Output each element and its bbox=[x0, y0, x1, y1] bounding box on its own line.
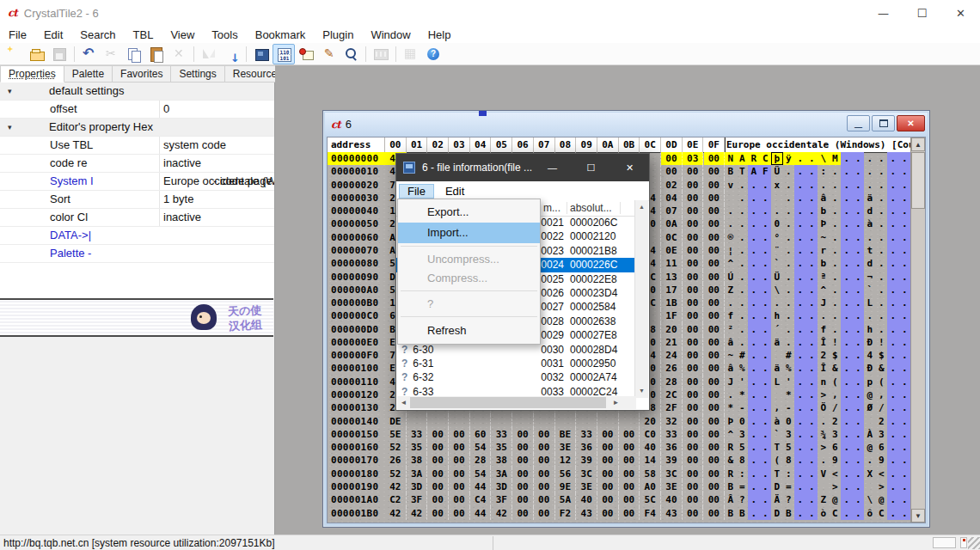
hex-text-cell[interactable]: . bbox=[794, 192, 806, 205]
hex-byte-cell[interactable]: 42 bbox=[407, 507, 428, 520]
hex-text-cell[interactable]: \ bbox=[818, 152, 830, 165]
hex-byte-cell[interactable]: 56 bbox=[555, 468, 577, 480]
hex-byte-cell[interactable]: 40 bbox=[661, 493, 683, 506]
menu-item-tools[interactable]: Tools bbox=[203, 28, 246, 41]
hex-text-cell[interactable]: . bbox=[853, 323, 865, 336]
hex-byte-cell[interactable]: 00 bbox=[449, 454, 470, 467]
hex-text-cell[interactable]: . bbox=[887, 231, 899, 244]
hex-text-cell[interactable]: ä bbox=[864, 192, 876, 205]
hex-text-cell[interactable]: . bbox=[748, 507, 760, 520]
hex-text-cell[interactable]: @ bbox=[876, 493, 888, 506]
hex-text-cell[interactable]: . bbox=[864, 179, 876, 192]
hex-text-cell[interactable]: . bbox=[806, 388, 818, 401]
hex-text-cell[interactable]: L bbox=[864, 296, 876, 309]
property-row[interactable]: DATA->| bbox=[0, 227, 274, 245]
hex-byte-cell[interactable]: 3F bbox=[407, 493, 428, 506]
hex-text-cell[interactable]: . bbox=[830, 179, 842, 192]
hex-byte-cell[interactable]: 43 bbox=[661, 507, 683, 520]
hex-text-cell[interactable]: . bbox=[899, 401, 911, 414]
hex-text-cell[interactable]: . bbox=[771, 205, 783, 217]
hex-text-cell[interactable]: . bbox=[887, 296, 899, 309]
hex-text-cell[interactable]: . bbox=[887, 284, 899, 296]
hex-byte-cell[interactable]: 00 bbox=[597, 428, 619, 441]
hex-text-cell[interactable]: T bbox=[771, 468, 783, 480]
hex-text-cell[interactable]: . bbox=[887, 165, 899, 178]
hex-byte-cell[interactable]: 00 bbox=[619, 428, 640, 441]
file-info-menu-edit[interactable]: Edit bbox=[437, 184, 473, 199]
hex-text-cell[interactable]: Ü bbox=[771, 271, 783, 284]
hex-text-cell[interactable]: . bbox=[806, 454, 818, 467]
hex-text-cell[interactable]: . bbox=[771, 296, 783, 309]
hex-text-cell[interactable]: . bbox=[899, 336, 911, 349]
hex-text-cell[interactable]: J bbox=[818, 296, 830, 309]
hex-text-cell[interactable]: . bbox=[853, 165, 865, 178]
hex-text-cell[interactable]: . bbox=[760, 192, 772, 205]
hex-text-cell[interactable]: . bbox=[887, 152, 899, 165]
hex-byte-cell[interactable]: 00 bbox=[534, 493, 555, 506]
hex-text-cell[interactable]: . bbox=[794, 257, 806, 270]
hex-text-cell[interactable]: > bbox=[818, 441, 830, 454]
hex-text-cell[interactable]: . bbox=[737, 192, 749, 205]
hex-byte-cell[interactable]: 0E bbox=[661, 244, 683, 257]
hex-text-cell[interactable]: . bbox=[794, 205, 806, 217]
hex-byte-cell[interactable] bbox=[576, 415, 597, 428]
hex-text-cell[interactable]: ä bbox=[771, 336, 783, 349]
hex-text-cell[interactable]: ^ bbox=[725, 257, 737, 270]
hex-text-cell[interactable]: . bbox=[748, 179, 760, 192]
hex-text-cell[interactable]: . bbox=[887, 468, 899, 480]
hex-text-cell[interactable]: 3 bbox=[876, 428, 888, 441]
collapse-arrow-icon[interactable]: ▾ bbox=[8, 119, 12, 136]
hex-text-cell[interactable]: * bbox=[737, 388, 749, 401]
hex-text-cell[interactable]: . bbox=[748, 454, 760, 467]
hex-byte-cell[interactable]: 00 bbox=[683, 388, 704, 401]
import-file-button[interactable] bbox=[220, 44, 242, 64]
file-row[interactable]: ?6-31003100002950 bbox=[396, 357, 636, 370]
property-row[interactable]: code reinactive bbox=[0, 155, 274, 173]
hex-text-cell[interactable]: . bbox=[794, 362, 806, 375]
hex-byte-cell[interactable]: 00 bbox=[619, 454, 640, 467]
hex-byte-cell[interactable]: 00 bbox=[704, 192, 726, 205]
hex-byte-cell[interactable]: 42 bbox=[492, 507, 513, 520]
hex-byte-cell[interactable]: 00 bbox=[449, 507, 470, 520]
hex-text-cell[interactable]: . bbox=[887, 309, 899, 322]
hex-text-cell[interactable]: . bbox=[899, 231, 911, 244]
hex-byte-cell[interactable]: 44 bbox=[470, 480, 492, 493]
hex-byte-cell[interactable]: 33 bbox=[492, 428, 513, 441]
hex-byte-cell[interactable]: 1B bbox=[661, 296, 683, 309]
scroll-up-icon[interactable]: ▲ bbox=[635, 200, 648, 214]
hex-text-cell[interactable]: . bbox=[853, 493, 865, 506]
open-folder-button[interactable] bbox=[26, 44, 48, 64]
hex-text-cell[interactable]: . bbox=[794, 441, 806, 454]
hex-text-cell[interactable]: ! bbox=[876, 336, 888, 349]
hex-text-cell[interactable]: b bbox=[818, 205, 830, 217]
hex-text-cell[interactable]: . bbox=[806, 401, 818, 414]
hex-text-cell[interactable]: & bbox=[876, 362, 888, 375]
hex-text-cell[interactable]: . bbox=[876, 284, 888, 296]
hex-text-cell[interactable]: Ø bbox=[864, 401, 876, 414]
hex-text-cell[interactable]: $ bbox=[830, 349, 842, 362]
hex-byte-cell[interactable]: 00 bbox=[512, 493, 534, 506]
hex-byte-cell[interactable]: 38 bbox=[492, 454, 513, 467]
hex-text-cell[interactable]: 6 bbox=[876, 441, 888, 454]
hex-text-cell[interactable]: . bbox=[876, 271, 888, 284]
hex-byte-cell[interactable] bbox=[407, 415, 428, 428]
hex-text-cell[interactable]: . bbox=[830, 192, 842, 205]
hex-text-cell[interactable]: @ bbox=[864, 441, 876, 454]
hex-byte-cell[interactable]: 39 bbox=[661, 454, 683, 467]
hex-text-cell[interactable]: Â bbox=[725, 493, 737, 506]
hex-text-cell[interactable]: . bbox=[853, 480, 865, 493]
file-info-menu-file[interactable]: File bbox=[399, 184, 434, 199]
hex-byte-cell[interactable]: F2 bbox=[555, 507, 577, 520]
hex-byte-cell[interactable]: 00 bbox=[683, 376, 704, 388]
hex-text-cell[interactable]: . bbox=[748, 388, 760, 401]
hex-text-cell[interactable]: . bbox=[760, 217, 772, 230]
hex-byte-cell[interactable]: 00 bbox=[534, 441, 555, 454]
hex-text-cell[interactable]: . bbox=[853, 192, 865, 205]
hex-text-cell[interactable]: . bbox=[841, 349, 853, 362]
hex-text-cell[interactable]: . bbox=[783, 271, 795, 284]
menu-item-help[interactable]: Help bbox=[420, 28, 460, 41]
hex-text-cell[interactable]: J bbox=[725, 376, 737, 388]
menu-item-file[interactable]: File bbox=[0, 28, 35, 41]
hex-text-cell[interactable]: À bbox=[864, 428, 876, 441]
hex-byte-cell[interactable]: 44 bbox=[470, 507, 492, 520]
